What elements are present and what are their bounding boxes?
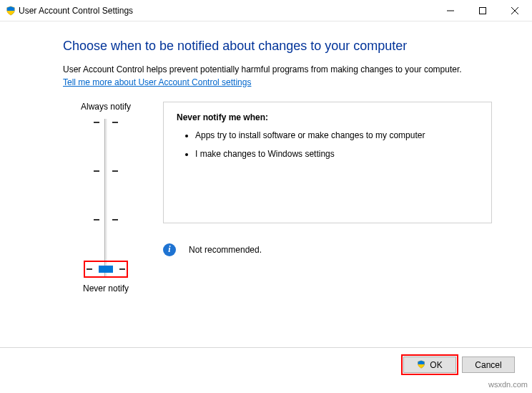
description-text: User Account Control helps prevent poten…: [63, 64, 492, 76]
shield-icon: [417, 360, 427, 370]
slider-label-always: Always notify: [63, 102, 149, 112]
cancel-button[interactable]: Cancel: [462, 356, 515, 373]
page-heading: Choose when to be notified about changes…: [63, 39, 492, 54]
footer: OK Cancel: [0, 347, 532, 373]
uac-slider[interactable]: [81, 119, 131, 276]
content-area: Choose when to be notified about changes…: [0, 21, 532, 293]
slider-label-never: Never notify: [63, 283, 149, 293]
slider-thumb[interactable]: [84, 261, 128, 278]
titlebar: User Account Control Settings: [0, 0, 532, 21]
panel-title: Never notify me when:: [177, 112, 478, 122]
window-title: User Account Control Settings: [19, 6, 434, 16]
svg-rect-1: [479, 7, 486, 14]
close-button[interactable]: [498, 0, 531, 21]
panel-item: I make changes to Windows settings: [195, 148, 478, 160]
cancel-label: Cancel: [475, 360, 501, 370]
watermark: wsxdn.com: [488, 380, 528, 389]
panel-item: Apps try to install software or make cha…: [195, 130, 478, 141]
learn-more-link[interactable]: Tell me more about User Account Control …: [63, 77, 251, 87]
notification-panel: Never notify me when: Apps try to instal…: [163, 102, 492, 223]
ok-button[interactable]: OK: [403, 356, 456, 373]
maximize-button[interactable]: [466, 0, 498, 21]
ok-label: OK: [430, 360, 442, 370]
shield-icon: [6, 6, 16, 16]
recommendation-row: i Not recommended.: [163, 243, 492, 256]
recommendation-text: Not recommended.: [189, 245, 262, 255]
info-icon: i: [163, 243, 176, 256]
minimize-button[interactable]: [434, 0, 466, 21]
